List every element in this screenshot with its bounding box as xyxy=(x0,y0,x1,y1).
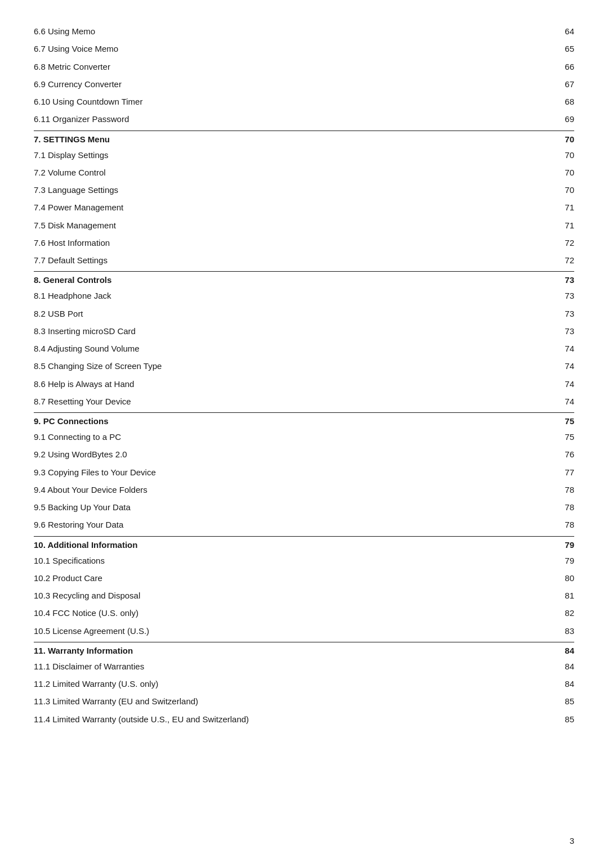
toc-item-label: 7.1 Display Settings xyxy=(34,149,557,161)
toc-item-label: 11.3 Limited Warranty (EU and Switzerlan… xyxy=(34,695,557,708)
toc-item: 8.3 Inserting microSD Card 73 xyxy=(34,322,574,340)
toc-section-page: 84 xyxy=(557,646,574,655)
toc-item-page: 78 xyxy=(557,518,574,531)
toc-item: 10.4 FCC Notice (U.S. only) 82 xyxy=(34,604,574,622)
toc-item: 9.5 Backing Up Your Data 78 xyxy=(34,498,574,516)
toc-item: 8.1 Headphone Jack 73 xyxy=(34,287,574,304)
toc-item-label: 8.3 Inserting microSD Card xyxy=(34,325,557,338)
toc-item-page: 78 xyxy=(557,483,574,496)
toc-item-label: 11.1 Disclaimer of Warranties xyxy=(34,660,557,673)
toc-item-page: 74 xyxy=(557,377,574,390)
toc-item: 6.10 Using Countdown Timer 68 xyxy=(34,93,574,110)
toc-item-page: 64 xyxy=(557,25,574,38)
toc-section-label: 10. Additional Information xyxy=(34,540,137,550)
toc-item: 7.1 Display Settings 70 xyxy=(34,146,574,164)
toc-item-label: 8.5 Changing Size of Screen Type xyxy=(34,359,557,372)
toc-item-label: 10.2 Product Care xyxy=(34,572,557,584)
toc-item: 7.5 Disk Management 71 xyxy=(34,217,574,234)
toc-section-header: 11. Warranty Information 84 xyxy=(34,642,574,658)
toc-item-page: 67 xyxy=(557,78,574,91)
toc-item: 10.2 Product Care 80 xyxy=(34,569,574,587)
toc-item-page: 72 xyxy=(557,254,574,267)
toc-item-page: 70 xyxy=(557,166,574,179)
toc-item: 8.6 Help is Always at Hand 74 xyxy=(34,375,574,393)
toc-item: 7.6 Host Information 72 xyxy=(34,234,574,251)
toc-item: 10.5 License Agreement (U.S.) 83 xyxy=(34,622,574,640)
toc-item-label: 8.6 Help is Always at Hand xyxy=(34,377,557,390)
toc-section-page: 70 xyxy=(557,134,574,144)
toc-item-label: 8.2 USB Port xyxy=(34,307,557,320)
toc-item: 11.3 Limited Warranty (EU and Switzerlan… xyxy=(34,692,574,710)
toc-section-header: 7. SETTINGS Menu 70 xyxy=(34,131,574,146)
toc-item-label: 10.5 License Agreement (U.S.) xyxy=(34,624,557,637)
toc-item: 9.6 Restoring Your Data 78 xyxy=(34,516,574,533)
toc-item: 11.4 Limited Warranty (outside U.S., EU … xyxy=(34,710,574,728)
toc-item-label: 8.4 Adjusting Sound Volume xyxy=(34,342,557,355)
toc-item-label: 7.3 Language Settings xyxy=(34,183,557,196)
toc-section-header: 9. PC Connections 75 xyxy=(34,412,574,428)
toc-item-label: 7.7 Default Settings xyxy=(34,254,557,267)
toc-item-label: 8.1 Headphone Jack xyxy=(34,289,557,302)
page-number: 3 xyxy=(570,836,574,845)
toc-item-page: 76 xyxy=(557,448,574,461)
toc-item: 6.7 Using Voice Memo 65 xyxy=(34,40,574,57)
toc-item-page: 71 xyxy=(557,219,574,232)
toc-item: 8.7 Resetting Your Device 74 xyxy=(34,393,574,410)
toc-item-label: 6.8 Metric Converter xyxy=(34,60,557,73)
toc-item-page: 74 xyxy=(557,359,574,372)
toc-item-label: 9.4 About Your Device Folders xyxy=(34,483,557,496)
toc-item: 9.1 Connecting to a PC 75 xyxy=(34,428,574,446)
toc-item-label: 7.5 Disk Management xyxy=(34,219,557,232)
toc-item-page: 73 xyxy=(557,307,574,320)
toc-item-label: 6.7 Using Voice Memo xyxy=(34,42,557,55)
toc-item-page: 83 xyxy=(557,624,574,637)
toc-item-page: 77 xyxy=(557,466,574,479)
toc-item-page: 71 xyxy=(557,201,574,214)
toc-item-page: 80 xyxy=(557,572,574,584)
toc-item-page: 68 xyxy=(557,95,574,108)
toc-section-header: 10. Additional Information 79 xyxy=(34,536,574,552)
toc-item-label: 9.1 Connecting to a PC xyxy=(34,430,557,443)
toc-item-label: 11.2 Limited Warranty (U.S. only) xyxy=(34,677,557,690)
toc-item: 10.1 Specifications 79 xyxy=(34,552,574,569)
toc-item-page: 73 xyxy=(557,289,574,302)
toc-item-label: 7.2 Volume Control xyxy=(34,166,557,179)
toc-section-label: 8. General Controls xyxy=(34,275,111,285)
toc-item: 6.6 Using Memo 64 xyxy=(34,23,574,40)
toc-item-page: 65 xyxy=(557,42,574,55)
toc-item: 7.3 Language Settings 70 xyxy=(34,181,574,199)
toc-item-label: 8.7 Resetting Your Device xyxy=(34,395,557,408)
toc-item: 9.2 Using WordBytes 2.0 76 xyxy=(34,446,574,463)
toc-item-label: 7.6 Host Information xyxy=(34,236,557,249)
toc-item-page: 69 xyxy=(557,113,574,125)
table-of-contents: 6.6 Using Memo 64 6.7 Using Voice Memo 6… xyxy=(34,23,574,728)
toc-item-label: 9.3 Copying Files to Your Device xyxy=(34,466,557,479)
toc-section-label: 11. Warranty Information xyxy=(34,646,133,655)
toc-item-page: 78 xyxy=(557,501,574,514)
toc-item: 10.3 Recycling and Disposal 81 xyxy=(34,587,574,604)
toc-item-label: 6.11 Organizer Password xyxy=(34,113,557,125)
toc-item: 8.2 USB Port 73 xyxy=(34,305,574,322)
toc-item-page: 66 xyxy=(557,60,574,73)
toc-item-label: 11.4 Limited Warranty (outside U.S., EU … xyxy=(34,713,557,726)
toc-item-page: 73 xyxy=(557,325,574,338)
toc-item: 8.5 Changing Size of Screen Type 74 xyxy=(34,357,574,375)
toc-section-page: 79 xyxy=(557,540,574,550)
toc-item-page: 75 xyxy=(557,430,574,443)
toc-item: 7.4 Power Management 71 xyxy=(34,199,574,216)
toc-section-page: 75 xyxy=(557,416,574,426)
toc-item: 6.8 Metric Converter 66 xyxy=(34,58,574,75)
toc-item: 6.11 Organizer Password 69 xyxy=(34,110,574,128)
toc-item-page: 85 xyxy=(557,713,574,726)
toc-section-page: 73 xyxy=(557,275,574,285)
toc-item-page: 74 xyxy=(557,395,574,408)
toc-section-header: 8. General Controls 73 xyxy=(34,271,574,287)
toc-section-label: 9. PC Connections xyxy=(34,416,109,426)
toc-section-label: 7. SETTINGS Menu xyxy=(34,134,110,144)
toc-item: 9.4 About Your Device Folders 78 xyxy=(34,481,574,498)
toc-item-page: 74 xyxy=(557,342,574,355)
toc-item-page: 85 xyxy=(557,695,574,708)
toc-item-page: 84 xyxy=(557,677,574,690)
toc-item-label: 10.1 Specifications xyxy=(34,554,557,567)
toc-item: 11.1 Disclaimer of Warranties 84 xyxy=(34,658,574,675)
